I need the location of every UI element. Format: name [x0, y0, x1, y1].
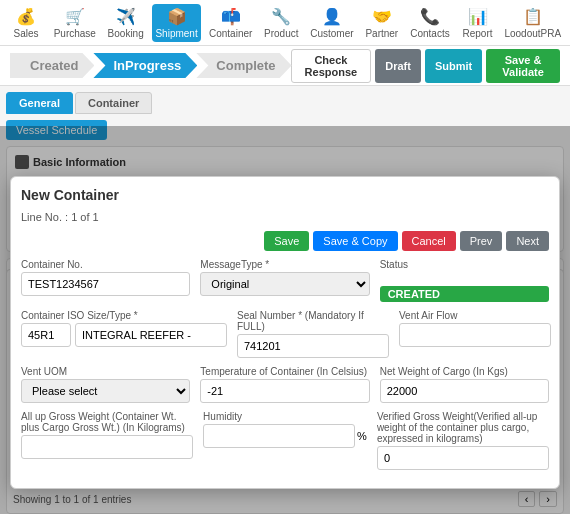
main-tabs: General Container [6, 92, 564, 114]
temp-label: Temperature of Container (In Celsius) [200, 366, 369, 377]
nav-container[interactable]: 📫 Container [205, 4, 256, 42]
nav-report-label: Report [463, 28, 493, 39]
modal-row-2: Container ISO Size/Type * Seal Number * … [21, 310, 549, 358]
modal-save-copy-button[interactable]: Save & Copy [313, 231, 397, 251]
modal-row-3: Vent UOM Please select Temperature of Co… [21, 366, 549, 403]
verified-input[interactable] [377, 446, 549, 470]
draft-button[interactable]: Draft [375, 49, 421, 83]
vent-air-input[interactable] [399, 323, 551, 347]
modal-overlay: New Container Line No. : 1 of 1 Save Sav… [0, 126, 570, 514]
check-response-button[interactable]: Check Response [291, 49, 372, 83]
nav-product[interactable]: 🔧 Product [260, 4, 303, 42]
modal-cancel-button[interactable]: Cancel [402, 231, 456, 251]
nav-loadout[interactable]: 📋 LoodoutPRA [502, 4, 564, 42]
nav-purchase-label: Purchase [54, 28, 96, 39]
nav-shipment-label: Shipment [155, 28, 197, 39]
container-no-input[interactable] [21, 272, 190, 296]
status-group: Status CREATED [380, 259, 549, 302]
modal-title: New Container [21, 187, 549, 203]
customer-icon: 👤 [322, 7, 342, 26]
message-type-select[interactable]: Original [200, 272, 369, 296]
purchase-icon: 🛒 [65, 7, 85, 26]
verified-group: Verified Gross Weight(Verified all-up we… [377, 411, 549, 470]
temp-input[interactable] [200, 379, 369, 403]
report-icon: 📊 [468, 7, 488, 26]
breadcrumb-steps: Created InProgress Complete [10, 53, 291, 78]
shipment-icon: 📦 [167, 7, 187, 26]
submit-button[interactable]: Submit [425, 49, 482, 83]
container-no-group: Container No. [21, 259, 190, 302]
gross-weight-group: All up Gross Weight (Container Wt. plus … [21, 411, 193, 470]
nav-sales[interactable]: 💰 Sales [6, 4, 46, 42]
sales-icon: 💰 [16, 7, 36, 26]
modal-row-4: All up Gross Weight (Container Wt. plus … [21, 411, 549, 470]
container-no-label: Container No. [21, 259, 190, 270]
container-iso-display[interactable] [75, 323, 227, 347]
verified-label: Verified Gross Weight(Verified all-up we… [377, 411, 549, 444]
gross-weight-label: All up Gross Weight (Container Wt. plus … [21, 411, 193, 433]
percent-symbol: % [357, 430, 367, 442]
vent-uom-label: Vent UOM [21, 366, 190, 377]
nav-shipment[interactable]: 📦 Shipment [152, 4, 202, 42]
nav-loadout-label: LoodoutPRA [504, 28, 561, 39]
nav-purchase[interactable]: 🛒 Purchase [50, 4, 100, 42]
humidity-group: Humidity % [203, 411, 367, 470]
modal-prev-button[interactable]: Prev [460, 231, 503, 251]
seal-number-label: Seal Number * (Mandatory If FULL) [237, 310, 389, 332]
temp-group: Temperature of Container (In Celsius) [200, 366, 369, 403]
status-bar: Created InProgress Complete Check Respon… [0, 46, 570, 86]
modal-next-button[interactable]: Next [506, 231, 549, 251]
vent-uom-group: Vent UOM Please select [21, 366, 190, 403]
partner-icon: 🤝 [372, 7, 392, 26]
nav-customer-label: Customer [310, 28, 353, 39]
nav-partner[interactable]: 🤝 Partner [361, 4, 402, 42]
vent-air-group: Vent Air Flow [399, 310, 551, 358]
container-iso-input[interactable] [21, 323, 71, 347]
nav-container-label: Container [209, 28, 252, 39]
container-icon: 📫 [221, 7, 241, 26]
tab-container[interactable]: Container [75, 92, 152, 114]
status-actions: Check Response Draft Submit Save & Valid… [291, 49, 560, 83]
container-iso-group: Container ISO Size/Type * [21, 310, 227, 358]
modal-line-info: Line No. : 1 of 1 [21, 211, 549, 223]
step-inprogress[interactable]: InProgress [93, 53, 197, 78]
loadout-icon: 📋 [523, 7, 543, 26]
nav-customer[interactable]: 👤 Customer [307, 4, 358, 42]
step-created[interactable]: Created [10, 53, 94, 78]
nav-contacts-label: Contacts [410, 28, 449, 39]
tab-general[interactable]: General [6, 92, 73, 114]
booking-icon: ✈️ [116, 7, 136, 26]
humidity-input[interactable] [203, 424, 355, 448]
main-content: General Container Vessel Schedule Basic … [0, 86, 570, 514]
step-complete[interactable]: Complete [196, 53, 291, 78]
gross-weight-input[interactable] [21, 435, 193, 459]
status-label: Status [380, 259, 549, 270]
net-weight-label: Net Weight of Cargo (In Kgs) [380, 366, 549, 377]
modal-toolbar: Save Save & Copy Cancel Prev Next [21, 231, 549, 251]
modal-save-button[interactable]: Save [264, 231, 309, 251]
top-navigation: 💰 Sales 🛒 Purchase ✈️ Booking 📦 Shipment… [0, 0, 570, 46]
nav-report[interactable]: 📊 Report [458, 4, 498, 42]
container-iso-label: Container ISO Size/Type * [21, 310, 227, 321]
humidity-label: Humidity [203, 411, 367, 422]
nav-partner-label: Partner [365, 28, 398, 39]
vent-uom-select[interactable]: Please select [21, 379, 190, 403]
seal-number-input[interactable] [237, 334, 389, 358]
contacts-icon: 📞 [420, 7, 440, 26]
modal-row-1: Container No. MessageType * Original Sta… [21, 259, 549, 302]
save-validate-button[interactable]: Save & Validate [486, 49, 560, 83]
seal-number-group: Seal Number * (Mandatory If FULL) [237, 310, 389, 358]
nav-booking[interactable]: ✈️ Booking [104, 4, 148, 42]
message-type-group: MessageType * Original [200, 259, 369, 302]
nav-booking-label: Booking [108, 28, 144, 39]
product-icon: 🔧 [271, 7, 291, 26]
status-badge: CREATED [380, 286, 549, 302]
new-container-modal: New Container Line No. : 1 of 1 Save Sav… [10, 176, 560, 489]
nav-product-label: Product [264, 28, 298, 39]
net-weight-group: Net Weight of Cargo (In Kgs) [380, 366, 549, 403]
nav-contacts[interactable]: 📞 Contacts [406, 4, 453, 42]
vent-air-label: Vent Air Flow [399, 310, 551, 321]
message-type-label: MessageType * [200, 259, 369, 270]
nav-sales-label: Sales [13, 28, 38, 39]
net-weight-input[interactable] [380, 379, 549, 403]
